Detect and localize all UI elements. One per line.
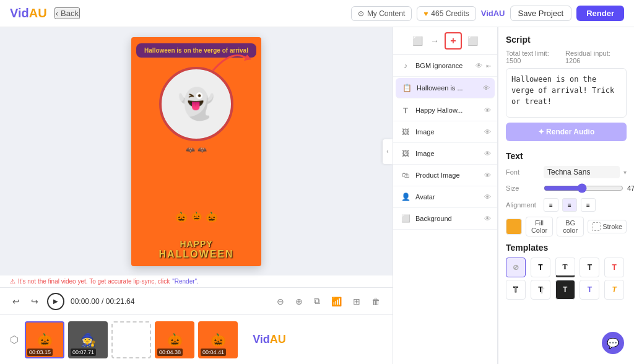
canvas-wrapper: Halloween is on the verge of arrival 👻 🦇… bbox=[0, 27, 393, 275]
preview-halloween-text: HAPPY HALLOWEEN bbox=[131, 239, 261, 260]
avatar-eye-icon[interactable]: 👁 bbox=[484, 193, 491, 201]
zoom-out-button[interactable]: ⊖ bbox=[274, 295, 287, 308]
text-eye-icon[interactable]: 👁 bbox=[484, 106, 491, 114]
image2-icon: 🖼 bbox=[399, 147, 412, 160]
align-right-button[interactable]: ≡ bbox=[581, 198, 596, 212]
audio-button[interactable]: 📶 bbox=[329, 295, 344, 308]
layer-image1[interactable]: 🖼 Image 👁 bbox=[393, 121, 497, 143]
bg-color-button[interactable]: BG color bbox=[557, 217, 584, 236]
timeline-item-4[interactable]: 🎃 00:04.38 bbox=[155, 321, 194, 358]
vidau-brand-label: VidAU bbox=[481, 9, 505, 18]
text-section-title: Text bbox=[506, 151, 627, 161]
stroke-button[interactable]: Stroke bbox=[588, 220, 627, 233]
timeline: ⬡ 🎃 00:03.15 🧙 00:07.71 🎃 00:04.38 🎃 00:… bbox=[0, 314, 393, 364]
template-t6[interactable]: T bbox=[531, 280, 550, 300]
template-t5[interactable]: T bbox=[506, 280, 526, 300]
layer-background[interactable]: ⬜ Background 👁 bbox=[393, 208, 497, 230]
layer-bgm[interactable]: ♪ BGM ignorance 👁 ⇤ bbox=[393, 55, 497, 77]
background-eye-icon[interactable]: 👁 bbox=[484, 215, 491, 222]
template-grid: ⊘ T T T T T T T T T bbox=[506, 258, 627, 300]
fill-color-button[interactable]: Fill Color bbox=[526, 217, 553, 236]
avatar-label: Avatar bbox=[415, 193, 480, 201]
size-slider[interactable] bbox=[544, 183, 623, 193]
render-audio-button[interactable]: ✦ Render Audio bbox=[506, 123, 627, 141]
template-t3[interactable]: T bbox=[580, 258, 599, 277]
font-select[interactable]: Techna Sans bbox=[544, 166, 620, 178]
preview-top-text: Halloween is on the verge of arrival bbox=[136, 43, 256, 58]
delete-button[interactable]: 🗑 bbox=[369, 295, 383, 308]
font-label: Font bbox=[506, 168, 540, 176]
color-row: Fill Color BG color Stroke bbox=[506, 217, 627, 236]
my-content-button[interactable]: ⊙ My Content bbox=[351, 6, 412, 21]
font-chevron-icon: ▾ bbox=[623, 169, 627, 176]
split-button[interactable]: ⧉ bbox=[311, 295, 323, 308]
size-label: Size bbox=[506, 184, 540, 192]
layers-toolbar-icon3[interactable]: ⬜ bbox=[466, 34, 480, 48]
render-button[interactable]: Render bbox=[576, 6, 624, 21]
undo-button[interactable]: ↩ bbox=[10, 295, 22, 308]
save-project-button[interactable]: Save Project bbox=[510, 6, 572, 21]
template-t8[interactable]: T bbox=[580, 280, 599, 300]
product-label: Product Image bbox=[415, 171, 480, 179]
script-section-title: Script bbox=[506, 35, 627, 45]
play-button[interactable]: ▶ bbox=[47, 293, 64, 310]
preview-bats: 🦇 🦇 bbox=[131, 145, 261, 154]
timeline-item-5[interactable]: 🎃 00:04.41 bbox=[198, 321, 238, 358]
collapse-button[interactable]: ‹ bbox=[383, 139, 393, 164]
chat-bubble-button[interactable]: 💬 bbox=[602, 332, 624, 354]
fill-color-swatch[interactable] bbox=[506, 219, 522, 235]
image2-eye-icon[interactable]: 👁 bbox=[484, 150, 491, 157]
script-textarea[interactable] bbox=[506, 68, 627, 118]
add-clip-button[interactable]: ⊞ bbox=[350, 295, 363, 308]
preview-inner: Halloween is on the verge of arrival 👻 🦇… bbox=[131, 37, 261, 266]
timeline-time-1: 00:03.15 bbox=[27, 349, 53, 356]
template-t9[interactable]: T bbox=[604, 280, 624, 300]
add-layer-button[interactable]: + bbox=[445, 32, 462, 50]
layers-toolbar-icon2[interactable]: → bbox=[428, 34, 441, 48]
credits-button[interactable]: ♥ 465 Credits bbox=[417, 6, 476, 21]
heart-icon: ♥ bbox=[423, 9, 428, 18]
render-link[interactable]: "Render". bbox=[172, 278, 199, 285]
avatar-icon: 👤 bbox=[399, 191, 412, 203]
layer-text[interactable]: T Happy Hallow... 👁 bbox=[393, 100, 497, 121]
template-t2[interactable]: T bbox=[555, 258, 575, 277]
script-label: Halloween is ... bbox=[417, 84, 479, 92]
zoom-in-button[interactable]: ⊕ bbox=[293, 295, 305, 308]
app-header: VidAU ‹ Back ⊙ My Content ♥ 465 Credits … bbox=[0, 0, 634, 27]
text-section: Text Font Techna Sans ▾ Size 47.99 Align… bbox=[506, 151, 627, 300]
product-eye-icon[interactable]: 👁 bbox=[484, 171, 491, 179]
layer-product[interactable]: 🛍 Product Image 👁 bbox=[393, 165, 497, 186]
controls-bar: ↩ ↪ ▶ 00:00.00 / 00:21.64 ⊖ ⊕ ⧉ 📶 ⊞ 🗑 bbox=[0, 287, 393, 314]
user-icon: ⊙ bbox=[358, 9, 364, 18]
back-button[interactable]: ‹ Back bbox=[54, 7, 80, 19]
main-content: Halloween is on the verge of arrival 👻 🦇… bbox=[0, 27, 634, 364]
timeline-item-2[interactable]: 🧙 00:07.71 bbox=[68, 321, 108, 358]
bgm-eye-icon[interactable]: 👁 bbox=[476, 62, 482, 69]
template-t4[interactable]: T bbox=[604, 258, 624, 277]
template-t1[interactable]: T bbox=[531, 258, 550, 277]
bgm-icon: ♪ bbox=[399, 59, 412, 72]
image1-label: Image bbox=[415, 128, 480, 136]
timeline-prev-button[interactable]: ⬡ bbox=[7, 331, 21, 348]
background-icon: ⬜ bbox=[399, 212, 412, 225]
align-center-button[interactable]: ≡ bbox=[562, 198, 577, 212]
layers-toolbar-icon1[interactable]: ⬜ bbox=[410, 34, 425, 48]
layer-avatar[interactable]: 👤 Avatar 👁 bbox=[393, 186, 497, 208]
app-logo: VidAU bbox=[10, 6, 47, 20]
preview-pumpkins: 🎃🎃🎃 bbox=[131, 211, 261, 223]
image1-eye-icon[interactable]: 👁 bbox=[484, 128, 491, 136]
align-left-button[interactable]: ≡ bbox=[544, 198, 558, 212]
template-t7[interactable]: T bbox=[555, 280, 575, 300]
script-meta: Total text limit: 1500 Residual input: 1… bbox=[506, 50, 627, 64]
template-none[interactable]: ⊘ bbox=[506, 258, 526, 277]
preview-circle-image: 👻 bbox=[159, 67, 233, 141]
timeline-item-1[interactable]: 🎃 00:03.15 bbox=[25, 321, 64, 358]
script-eye-icon[interactable]: 👁 bbox=[483, 84, 490, 92]
timeline-placeholder bbox=[111, 321, 151, 358]
size-value: 47.99 bbox=[627, 184, 634, 192]
size-row: Size 47.99 bbox=[506, 183, 627, 193]
redo-button[interactable]: ↪ bbox=[28, 295, 41, 308]
layer-script[interactable]: 📋 Halloween is ... 👁 bbox=[396, 78, 495, 98]
layer-image2[interactable]: 🖼 Image 👁 bbox=[393, 143, 497, 165]
stroke-pattern-icon bbox=[592, 222, 601, 231]
